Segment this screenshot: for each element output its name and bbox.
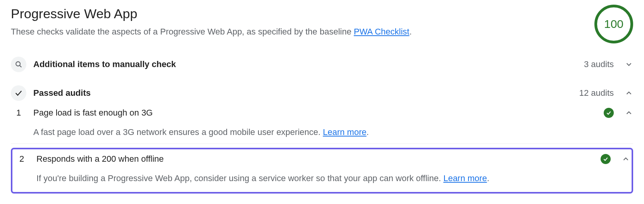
pass-badge-icon xyxy=(601,154,611,164)
audit-description: If you're building a Progressive Web App… xyxy=(14,166,630,190)
subtitle-suffix: . xyxy=(409,27,412,36)
audit-title: Responds with a 200 when offline xyxy=(36,154,594,164)
subtitle-prefix: These checks validate the aspects of a P… xyxy=(11,27,354,36)
audit-index: 2 xyxy=(14,154,29,164)
learn-more-link[interactable]: Learn more xyxy=(323,127,367,137)
svg-line-1 xyxy=(20,66,22,67)
manual-group-title: Additional items to manually check xyxy=(33,59,577,69)
divider xyxy=(11,143,633,144)
pwa-checklist-link[interactable]: PWA Checklist xyxy=(354,27,409,36)
svg-point-0 xyxy=(16,62,20,66)
manual-group-count: 3 audits xyxy=(584,59,614,69)
score-gauge: 100 xyxy=(594,5,633,43)
audit-row-header[interactable]: 2 Responds with a 200 when offline xyxy=(14,150,630,166)
category-subtitle: These checks validate the aspects of a P… xyxy=(11,27,585,37)
audit-row-header[interactable]: 1 Page load is fast enough on 3G xyxy=(11,104,633,120)
search-icon xyxy=(11,57,26,72)
audit-desc-suffix: . xyxy=(367,127,369,137)
passed-audits-group-header[interactable]: Passed audits 12 audits xyxy=(11,82,633,104)
score-value: 100 xyxy=(604,17,623,31)
audit-item-highlighted: 2 Responds with a 200 when offline If yo… xyxy=(11,148,633,194)
pass-badge-icon xyxy=(604,108,614,118)
passed-group-title: Passed audits xyxy=(33,88,572,98)
audit-title: Page load is fast enough on 3G xyxy=(33,108,597,118)
manual-checks-group-header[interactable]: Additional items to manually check 3 aud… xyxy=(11,54,633,75)
audit-description: A fast page load over a 3G network ensur… xyxy=(11,120,633,143)
learn-more-link[interactable]: Learn more xyxy=(443,173,487,183)
chevron-down-icon xyxy=(625,60,633,69)
passed-group-count: 12 audits xyxy=(579,88,614,98)
chevron-up-icon xyxy=(622,155,630,163)
check-icon xyxy=(11,85,26,101)
chevron-up-icon xyxy=(625,109,633,117)
audit-index: 1 xyxy=(11,108,26,118)
audit-item: 1 Page load is fast enough on 3G A fast … xyxy=(11,104,633,143)
category-header: Progressive Web App These checks validat… xyxy=(11,5,633,43)
header-text: Progressive Web App These checks validat… xyxy=(11,5,585,37)
audit-desc-text: If you're building a Progressive Web App… xyxy=(36,173,443,183)
audit-desc-text: A fast page load over a 3G network ensur… xyxy=(33,127,323,137)
audit-desc-suffix: . xyxy=(487,173,489,183)
category-title: Progressive Web App xyxy=(11,6,585,21)
chevron-up-icon xyxy=(625,89,633,97)
